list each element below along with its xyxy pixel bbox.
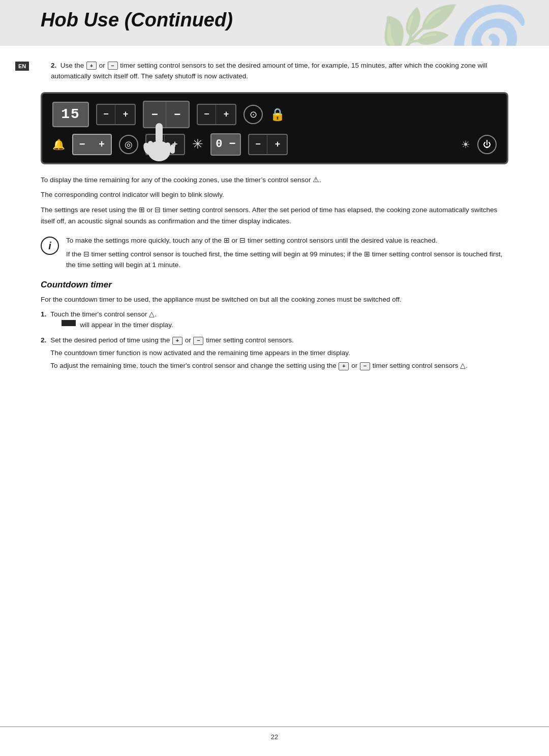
plus-inline-2: + [339, 362, 349, 370]
bullet-2-num: 2. [41, 335, 46, 371]
svg-rect-4 [170, 144, 175, 154]
plus-icon-inline: + [172, 337, 182, 345]
svg-rect-3 [165, 142, 170, 154]
starburst-icon: ✳ [192, 136, 203, 152]
en-badge: EN [15, 62, 29, 71]
svg-rect-0 [156, 123, 163, 143]
btn-plus-3: + [93, 135, 111, 154]
target-icon: ◎ [119, 135, 138, 154]
bullet-2-detail1: The countdown timer function is now acti… [50, 348, 508, 359]
sub-bullet-text: will appear in the timer display. [80, 320, 173, 331]
content-area: EN 2. Use the + or − timer setting contr… [0, 40, 549, 405]
black-rect [62, 320, 76, 326]
hand-svg [141, 123, 177, 169]
circle-icon: ⊙ [243, 105, 263, 124]
panel-top-row: 15 − + − − − + ⊙ 🔒 [52, 101, 497, 128]
info-line2: If the ⊟ timer setting control sensor is… [66, 249, 508, 271]
btn-pair-1: − + [96, 104, 136, 125]
bullet-1-num: 1. [41, 309, 46, 333]
hand-pointer-area [141, 123, 177, 170]
bullet-1-text: Touch the timer's control sensor △. [50, 309, 508, 320]
bullet-1-content: Touch the timer's control sensor △. will… [50, 309, 508, 333]
info-icon: i [41, 237, 59, 255]
btn-pair-5: − + [248, 134, 288, 155]
sun-icon: ☀ [461, 138, 470, 151]
info-text: To make the settings more quickly, touch… [66, 236, 508, 271]
bullet-1: 1. Touch the timer's control sensor △. w… [41, 309, 508, 333]
info-line1: To make the settings more quickly, touch… [66, 236, 508, 246]
page-footer: 22 [0, 726, 549, 741]
minus-icon-inline: − [193, 337, 203, 345]
panel-bottom-row: 🔔 − + ◎ − + ✳ 0 − − [52, 133, 497, 156]
main-timer-display: 15 [52, 102, 89, 127]
display-note-line3: The settings are reset using the ⊞ or ⊟ … [41, 205, 508, 226]
display-note-line1: To display the time remaining for any of… [41, 175, 508, 186]
control-panel: 15 − + − − − + ⊙ 🔒 [41, 92, 508, 164]
section-intro: For the countdown timer to be used, the … [41, 294, 508, 305]
bullet-2-detail2: To adjust the remaining time, touch the … [50, 361, 508, 371]
display-note-line2: The corresponding control indicator will… [41, 189, 508, 200]
lock-icon: 🔒 [270, 107, 285, 122]
bullet-2: 2. Set the desired period of time using … [41, 335, 508, 371]
page-number: 22 [271, 733, 278, 741]
bullet-1-sub: will appear in the timer display. [60, 320, 508, 331]
secondary-display: 0 − [210, 133, 241, 156]
btn-plus-1: + [116, 105, 135, 124]
btn-plus-2: + [217, 105, 235, 124]
plus-btn-inline: + [86, 62, 97, 70]
btn-minus-1: − [97, 105, 115, 124]
minus-inline-2: − [360, 362, 370, 370]
step-2-block: EN 2. Use the + or − timer setting contr… [41, 61, 508, 82]
page: 🌿🌀 Hob Use (Continued) EN 2. Use the + o… [0, 0, 549, 756]
bullet-2-content: Set the desired period of time using the… [50, 335, 508, 371]
step2-text: 2. Use the + or − timer setting control … [51, 61, 508, 82]
section-heading: Countdown timer [41, 280, 508, 290]
btn-plus-5: + [268, 135, 287, 154]
btn-pair-2: − + [197, 104, 236, 125]
btn-minus-3: − [73, 135, 92, 154]
btn-minus-5: − [249, 135, 267, 154]
page-title: Hob Use (Continued) [0, 0, 549, 40]
bullet-2-text: Set the desired period of time using the… [50, 335, 508, 346]
btn-pair-3-highlighted: − + [72, 134, 112, 155]
minus-btn-inline: − [108, 62, 118, 70]
btn-minus-2: − [198, 105, 216, 124]
bell-icon: 🔔 [52, 138, 65, 151]
power-icon: ⏻ [477, 135, 497, 154]
info-box: i To make the settings more quickly, tou… [41, 236, 508, 271]
